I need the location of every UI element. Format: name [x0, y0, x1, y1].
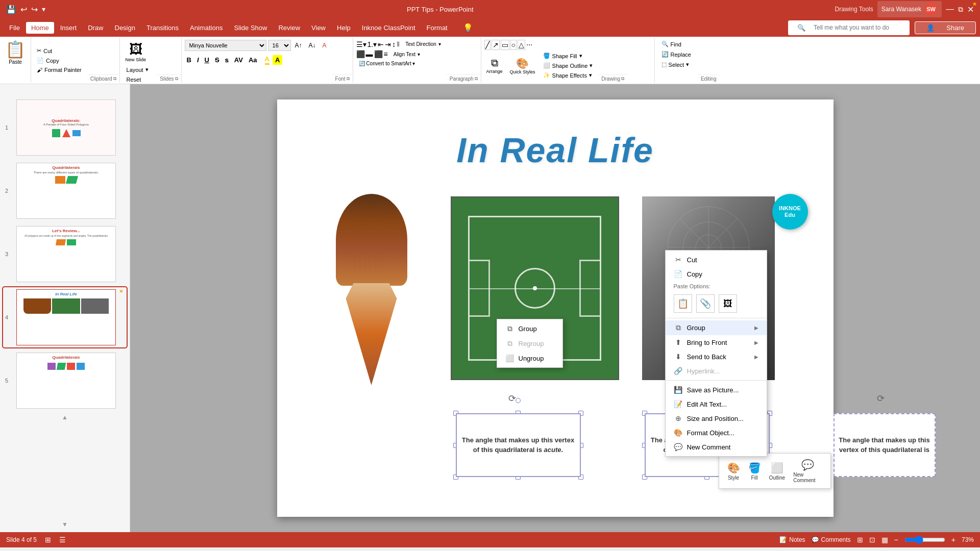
shape-fill-button[interactable]: 🪣 Shape Fill ▾ [541, 52, 596, 60]
text-box-1[interactable]: The angle that makes up this vertex of t… [456, 413, 581, 477]
undo-icon[interactable]: ↩ [20, 5, 27, 14]
menu-draw[interactable]: Draw [83, 22, 108, 34]
strikethrough-button[interactable]: S [213, 55, 222, 65]
notes-button[interactable]: 📝 Notes [779, 536, 805, 543]
menu-inknoe[interactable]: Inknoe ClassPoint [357, 22, 421, 34]
ctx-size-position[interactable]: ⊕ Size and Position... [666, 411, 767, 425]
text-box-3[interactable]: The angle that makes up this vertex of t… [834, 413, 936, 477]
align-text-button[interactable]: Align Text ▾ [391, 51, 423, 58]
shape-effects-button[interactable]: ✨ Shape Effects ▾ [541, 71, 596, 80]
view-slide-btn[interactable]: ▦ [881, 536, 888, 544]
paragraph-expand-icon[interactable]: ⧉ [475, 76, 478, 82]
group-submenu-ungroup[interactable]: ⬜ Ungroup [497, 351, 562, 365]
italic-button[interactable]: I [195, 55, 201, 65]
shape-line-icon[interactable]: ╱ [484, 40, 491, 50]
align-center-icon[interactable]: ▬ [366, 50, 373, 58]
inknoe-badge[interactable]: INKNOEEdu [772, 194, 808, 230]
bullets-icon[interactable]: ☰▾ [356, 40, 366, 48]
slide-thumbnail-2[interactable]: 2 Quadrilaterals There are many differen… [3, 161, 127, 221]
new-comment-bottom-button[interactable]: 💬 New Comment [790, 457, 825, 485]
group-submenu-regroup[interactable]: ⧉ Regroup [497, 336, 562, 351]
slide-thumbnail-3[interactable]: 3 Let's Review... All polygons are made … [3, 224, 127, 284]
restore-icon[interactable]: ⧉ [958, 5, 963, 14]
font-color-button[interactable]: A [263, 54, 272, 66]
paste-button[interactable]: 📋 Paste [0, 38, 31, 83]
save-icon[interactable]: 💾 [6, 5, 16, 14]
view-normal-btn[interactable]: ⊞ [857, 536, 863, 544]
select-button[interactable]: ⬚ Select ▾ [659, 60, 694, 69]
clipboard-expand-icon[interactable]: ⧉ [113, 76, 116, 82]
clear-format-button[interactable]: A [320, 41, 329, 50]
style-button[interactable]: 🎨 Style [724, 460, 743, 483]
paste-picture-button[interactable]: 🖼 [719, 294, 737, 313]
align-left-icon[interactable]: ⬛ [356, 50, 365, 58]
redo-icon[interactable]: ↪ [31, 5, 38, 14]
menu-transitions[interactable]: Transitions [141, 22, 184, 34]
view-outline-icon[interactable]: ☰ [59, 536, 66, 544]
scroll-up-icon[interactable]: ▲ [3, 414, 127, 421]
zoom-out-icon[interactable]: − [894, 536, 898, 544]
ctx-cut[interactable]: ✂ Cut [666, 253, 767, 267]
underline-button[interactable]: U [203, 55, 211, 65]
minimize-icon[interactable]: — [946, 5, 954, 14]
cut-button[interactable]: ✂ Cut [34, 46, 84, 55]
bold-button[interactable]: B [185, 55, 193, 65]
layout-button[interactable]: Layout ▾ [124, 65, 153, 74]
slides-expand-icon[interactable]: ⧉ [175, 76, 178, 82]
menu-insert[interactable]: Insert [55, 22, 82, 34]
font-size-select[interactable]: 16 [268, 40, 291, 51]
menu-help[interactable]: Help [332, 22, 356, 34]
share-button[interactable]: 👤 Share [915, 21, 976, 34]
quick-styles-button[interactable]: 🎨 Quick Styles [508, 56, 537, 76]
decrease-font-button[interactable]: A↓ [306, 41, 318, 50]
copy-button[interactable]: 📄 Copy [34, 56, 84, 65]
shape-circle-icon[interactable]: ○ [510, 40, 517, 50]
convert-smartart-button[interactable]: 🔄 Convert to SmartArt ▾ [356, 60, 444, 67]
shape-triangle-icon[interactable]: △ [518, 40, 525, 50]
search-box[interactable]: 🔍 [788, 20, 910, 35]
columns-icon[interactable]: ⫴ [397, 40, 400, 48]
ctx-send-to-back[interactable]: ⬇ Send to Back ▶ [666, 349, 767, 364]
numbering-icon[interactable]: 1.▾ [368, 40, 377, 48]
ctx-group[interactable]: ⧉ Group ▶ [666, 320, 767, 335]
arrange-button[interactable]: ⧉ Arrange [484, 56, 505, 75]
ctx-copy[interactable]: 📄 Copy [666, 267, 767, 281]
menu-file[interactable]: File [4, 22, 25, 34]
menu-format[interactable]: Format [422, 22, 453, 34]
menu-slideshow[interactable]: Slide Show [229, 22, 272, 34]
change-case-button[interactable]: Aa [247, 55, 259, 65]
justify-icon[interactable]: ≡ [384, 50, 388, 58]
increase-indent-icon[interactable]: ⇥ [385, 40, 391, 48]
menu-animations[interactable]: Animations [185, 22, 228, 34]
find-button[interactable]: 🔍 Find [659, 40, 694, 48]
format-painter-button[interactable]: 🖌 Format Painter [34, 66, 84, 74]
increase-font-button[interactable]: A↑ [292, 41, 305, 50]
menu-home[interactable]: Home [26, 22, 54, 34]
paste-keep-source-button[interactable]: 📋 [674, 294, 692, 313]
font-family-select[interactable]: Minya Nouvelle [185, 40, 266, 51]
slide-thumbnail-1[interactable]: 1 Quadrilaterals: A Parade of Four-Sided… [3, 97, 127, 158]
menu-review[interactable]: Review [273, 22, 305, 34]
char-spacing-button[interactable]: AV [232, 55, 245, 65]
reset-button[interactable]: Reset [124, 76, 153, 84]
paste-merge-button[interactable]: 📎 [696, 294, 715, 313]
handle-rotate[interactable] [516, 398, 521, 403]
shape-outline-button[interactable]: ⬜ Shape Outline ▾ [541, 61, 596, 70]
comments-button[interactable]: 💬 Comments [812, 536, 851, 543]
zoom-slider[interactable] [904, 536, 945, 544]
text-shadow-button[interactable]: s [223, 55, 231, 65]
avatar[interactable]: SW [924, 3, 938, 16]
align-right-icon[interactable]: ⬛ [374, 50, 383, 58]
group-submenu-group[interactable]: ⧉ Group [497, 321, 562, 336]
scroll-down-icon[interactable]: ▼ [3, 521, 127, 528]
ctx-format-object[interactable]: 🎨 Format Object... [666, 425, 767, 440]
canvas-area[interactable]: In Real Life 🕷 [130, 84, 980, 532]
view-fit-btn[interactable]: ⊡ [869, 536, 875, 544]
more-shapes-icon[interactable]: ⋯ [526, 41, 532, 48]
zoom-level[interactable]: 73% [962, 536, 974, 543]
replace-button[interactable]: 🔄 Replace [659, 50, 694, 59]
text-direction-button[interactable]: Text Direction ▾ [403, 40, 444, 48]
line-spacing-icon[interactable]: ↕ [392, 40, 396, 48]
fill-button[interactable]: 🪣 Fill [745, 460, 764, 483]
customize-icon[interactable]: ▾ [42, 5, 45, 13]
